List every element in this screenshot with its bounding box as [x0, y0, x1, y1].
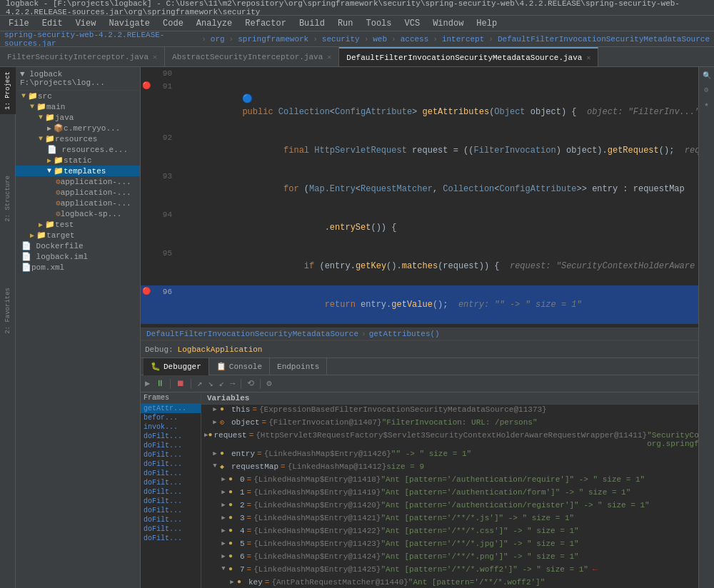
- left-tab-project[interactable]: 1: Project: [0, 67, 16, 114]
- var-requestmap-5[interactable]: ▶ ● 5 = {LinkedHashMap$Entry@11423} "Ant…: [201, 539, 698, 552]
- menu-tools[interactable]: Tools: [361, 17, 398, 30]
- var-object-toggle[interactable]: ▶: [210, 418, 220, 426]
- var-requestmap-6[interactable]: ▶ ● 6 = {LinkedHashMap$Entry@11424} "Ant…: [201, 552, 698, 564]
- menu-analyze[interactable]: Analyze: [191, 17, 238, 30]
- tree-logback[interactable]: ⚙ logback-sp...: [16, 208, 140, 219]
- var-this[interactable]: ▶ ● this = {ExpressionBasedFilterInvocat…: [201, 405, 698, 417]
- frame-dofilter7[interactable]: doFilt...: [141, 487, 201, 497]
- frame-dofilter11[interactable]: doFilt...: [141, 524, 201, 534]
- nav-intercept[interactable]: intercept: [442, 35, 484, 44]
- tree-target[interactable]: ▶ 📁 target: [16, 230, 140, 240]
- menu-run[interactable]: Run: [332, 17, 359, 30]
- nav-access[interactable]: access: [401, 35, 429, 44]
- run-to-cursor-btn[interactable]: →: [228, 379, 236, 389]
- line-number-91: 91: [152, 80, 178, 93]
- tree-logbackiml[interactable]: 📄 logback.iml: [16, 251, 140, 262]
- tree-app2[interactable]: ⚙ application-...: [16, 187, 140, 198]
- tree-resources-file[interactable]: 📄 resources.e...: [16, 144, 140, 155]
- menu-code[interactable]: Code: [157, 17, 189, 30]
- var-entry-toggle[interactable]: ▶: [210, 450, 220, 457]
- nav-springframework[interactable]: springframework: [238, 35, 308, 44]
- menu-window[interactable]: Window: [427, 17, 469, 30]
- menu-help[interactable]: Help: [471, 17, 503, 30]
- code-container[interactable]: 90 🔴 91 🔵 public Collection<ConfigAttrib…: [141, 67, 698, 328]
- var-request[interactable]: ▶ ● request = {HttpServlet3RequestFactor…: [201, 430, 698, 449]
- var-requestmap-1[interactable]: ▶ ● 1 = {LinkedHashMap$Entry@11419} "Ant…: [201, 487, 698, 500]
- tree-app1[interactable]: ⚙ application-...: [16, 176, 140, 187]
- tab-default-filter-invocation[interactable]: DefaultFilterInvocationSecurityMetadataS…: [339, 47, 598, 67]
- var-requestmap-3[interactable]: ▶ ● 3 = {LinkedHashMap$Entry@11421} "Ant…: [201, 513, 698, 526]
- menu-refactor[interactable]: Refactor: [239, 17, 292, 30]
- right-icon-search[interactable]: 🔍: [701, 70, 713, 81]
- frame-getattr[interactable]: getAttr...: [141, 404, 201, 413]
- frame-dofilter12[interactable]: doFilt...: [141, 534, 201, 543]
- frame-dofilter10[interactable]: doFilt...: [141, 515, 201, 524]
- var-entry[interactable]: ▶ ● entry = {LinkedHashMap$Entry@11426} …: [201, 449, 698, 462]
- code-line-92: 92 final HttpServletRequest request = ((…: [141, 131, 698, 170]
- right-icon-settings[interactable]: ⚙: [701, 84, 713, 96]
- frame-invoke[interactable]: invok...: [141, 422, 201, 432]
- frame-dofilter6[interactable]: doFilt...: [141, 478, 201, 487]
- step-into-btn[interactable]: ↘: [206, 378, 214, 389]
- stop-btn[interactable]: ⏹: [175, 378, 186, 389]
- frame-dofilter9[interactable]: doFilt...: [141, 506, 201, 515]
- resume-btn[interactable]: ▶: [144, 378, 151, 389]
- var-requestmap-7[interactable]: ▼ ● 7 = {LinkedHashMap$Entry@11425} "Ant…: [201, 564, 698, 577]
- frame-dofilter8[interactable]: doFilt...: [141, 497, 201, 506]
- nav-web[interactable]: web: [373, 35, 387, 44]
- menu-build[interactable]: Build: [293, 17, 331, 30]
- debug-tab-debugger[interactable]: 🐛 Debugger: [144, 358, 209, 375]
- tree-static[interactable]: ▶ 📁 static: [16, 155, 140, 166]
- menu-file[interactable]: File: [3, 17, 35, 30]
- var-requestmap-2[interactable]: ▶ ● 2 = {LinkedHashMap$Entry@11420} "Ant…: [201, 500, 698, 513]
- tab-close[interactable]: ✕: [153, 53, 157, 61]
- frame-before[interactable]: befor...: [141, 413, 201, 422]
- tab-close[interactable]: ✕: [327, 53, 331, 61]
- menu-view[interactable]: View: [70, 17, 102, 30]
- tree-src[interactable]: ▼ 📁 src: [16, 91, 140, 101]
- right-icon-bookmark[interactable]: ★: [701, 98, 713, 110]
- var-requestmap-4[interactable]: ▶ ● 4 = {LinkedHashMap$Entry@11422} "Ant…: [201, 526, 698, 539]
- tab-close[interactable]: ✕: [586, 54, 590, 62]
- tab-abstract-security-interceptor[interactable]: AbstractSecurityInterceptor.java ✕: [165, 47, 339, 67]
- settings-btn[interactable]: ⚙: [265, 378, 273, 389]
- frame-dofilter1[interactable]: doFilt...: [141, 432, 201, 441]
- frame-dofilter4[interactable]: doFilt...: [141, 460, 201, 469]
- var-object[interactable]: ▶ ⊙ object = {FilterInvocation@11407} "F…: [201, 417, 698, 430]
- step-out-btn[interactable]: ↙: [218, 378, 226, 389]
- tree-app3[interactable]: ⚙ application-...: [16, 198, 140, 208]
- tree-test[interactable]: ▶ 📁 test: [16, 219, 140, 230]
- frame-dofilter2[interactable]: doFilt...: [141, 441, 201, 450]
- nav-class[interactable]: DefaultFilterInvocationSecurityMetadataS…: [498, 35, 710, 44]
- debug-tab-console[interactable]: 📋 Console: [209, 358, 270, 375]
- frame-dofilter5[interactable]: doFilt...: [141, 469, 201, 478]
- tree-dockerfile[interactable]: 📄 Dockerfile: [16, 240, 140, 251]
- nav-security[interactable]: security: [322, 35, 360, 44]
- var-requestmap-toggle[interactable]: ▼: [210, 462, 220, 470]
- tree-pomxml[interactable]: 📄 pom.xml: [16, 262, 140, 273]
- breadcrumb-class[interactable]: DefaultFilterInvocationSecurityMetadataS…: [146, 330, 358, 338]
- tree-main[interactable]: ▼ 📁 main: [16, 101, 140, 112]
- var-requestmap-0[interactable]: ▶ ● 0 = {LinkedHashMap$Entry@11418} "Ant…: [201, 475, 698, 487]
- var-this-toggle[interactable]: ▶: [210, 405, 220, 413]
- pause-btn[interactable]: ⏸: [154, 378, 166, 389]
- tree-resources[interactable]: ▼ 📁 resources: [16, 133, 140, 144]
- left-tab-structure[interactable]: 2: Structure: [0, 171, 16, 226]
- breadcrumb-method[interactable]: getAttributes(): [369, 330, 440, 338]
- tree-templates[interactable]: ▼ 📁 templates: [16, 166, 140, 176]
- menu-edit[interactable]: Edit: [36, 17, 69, 30]
- tree-java[interactable]: ▼ 📁 java: [16, 112, 140, 123]
- debug-tab-endpoints[interactable]: Endpoints: [270, 358, 327, 375]
- left-tab-favorites[interactable]: 2: Favorites: [0, 283, 16, 338]
- evaluate-btn[interactable]: ⟲: [246, 378, 256, 389]
- var-requestmap[interactable]: ▼ ◆ requestMap = {LinkedHashMap@11412} s…: [201, 462, 698, 475]
- tab-filter-security-interceptor[interactable]: FilterSecurityInterceptor.java ✕: [0, 47, 165, 67]
- menu-navigate[interactable]: Navigate: [103, 17, 156, 30]
- nav-jar[interactable]: spring-security-web-4.2.2.RELEASE-source…: [4, 31, 197, 47]
- var-requestmap-7-key[interactable]: ▶ ● key = {AntPathRequestMatcher@11440} …: [201, 577, 698, 588]
- frame-dofilter3[interactable]: doFilt...: [141, 450, 201, 460]
- tree-package[interactable]: ▶ 📦 c.merryyo...: [16, 123, 140, 133]
- nav-org[interactable]: org: [211, 35, 225, 44]
- menu-vcs[interactable]: VCS: [399, 17, 426, 30]
- step-over-btn[interactable]: ↗: [196, 378, 203, 389]
